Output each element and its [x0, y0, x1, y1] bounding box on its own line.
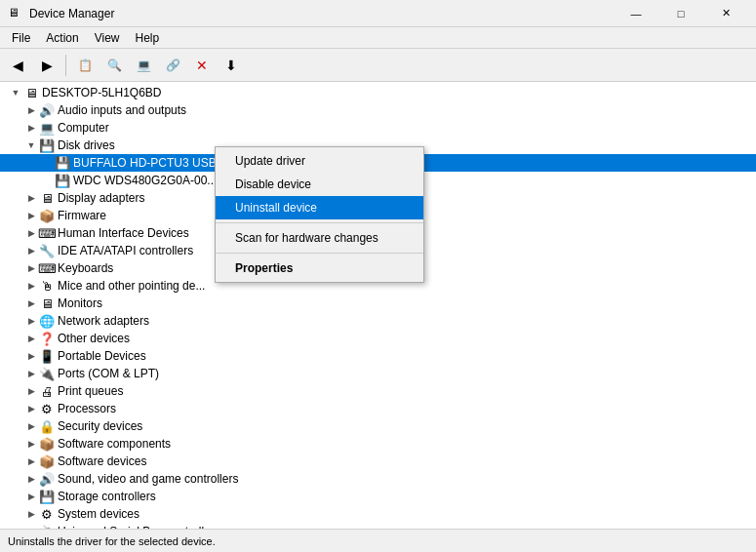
tree-label-usb: Universal Serial Bus controllers	[58, 525, 220, 529]
window-title: Device Manager	[29, 7, 614, 20]
tree-icon-ide: 🔧	[39, 243, 55, 258]
tree-icon-monitors: 🖥	[39, 296, 55, 311]
context-menu: Update driver Disable device Uninstall d…	[215, 146, 424, 283]
expand-icon-firmware: ▶	[23, 208, 39, 223]
tree-icon-portable: 📱	[39, 348, 55, 364]
tree-label-ide: IDE ATA/ATAPI controllers	[58, 244, 193, 257]
toolbar-sep1	[65, 55, 66, 76]
tree-label-security: Security devices	[58, 419, 142, 433]
tree-label-hid: Human Interface Devices	[58, 226, 189, 240]
tree-label-print: Print queues	[58, 384, 123, 398]
tree-icon-network: 🌐	[39, 313, 55, 329]
tree-icon-firmware: 📦	[39, 208, 55, 223]
tree-label-keyboards: Keyboards	[58, 261, 113, 275]
minimize-button[interactable]: —	[614, 0, 658, 27]
tree-icon-storage: 💾	[39, 489, 55, 504]
tree-icon-computer: 💻	[39, 120, 55, 136]
tree-icon-mice: 🖱	[39, 278, 55, 294]
expand-icon-print: ▶	[23, 383, 39, 399]
expand-icon-computer: ▶	[23, 120, 39, 136]
tree-icon-security: 🔒	[39, 418, 55, 434]
ctx-update-driver[interactable]: Update driver	[216, 149, 423, 173]
tree-item-print[interactable]: ▶ 🖨 Print queues	[0, 382, 756, 400]
tree-icon-sound: 🔊	[39, 471, 55, 487]
tree-icon-processors: ⚙	[39, 401, 55, 416]
tree-label-ports: Ports (COM & LPT)	[58, 367, 159, 380]
toolbar-forward[interactable]: ▶	[33, 53, 60, 78]
ctx-sep2	[216, 253, 423, 254]
ctx-uninstall-device[interactable]: Uninstall device	[216, 196, 423, 219]
tree-label-computer: Computer	[58, 121, 109, 135]
menu-help[interactable]: Help	[128, 29, 168, 47]
expand-icon-processors: ▶	[23, 401, 39, 416]
expand-icon-buffalo	[39, 155, 55, 171]
maximize-button[interactable]: □	[658, 0, 703, 27]
tree-label-root: DESKTOP-5LH1Q6BD	[42, 86, 162, 99]
expand-icon-portable: ▶	[23, 348, 39, 364]
app-icon: 🖥	[8, 6, 23, 21]
expand-icon-mice: ▶	[23, 278, 39, 294]
title-bar: 🖥 Device Manager — □ ✕	[0, 0, 756, 27]
tree-icon-usb: 🔌	[39, 524, 55, 529]
tree-item-monitors[interactable]: ▶ 🖥 Monitors	[0, 295, 756, 312]
tree-icon-print: 🖨	[39, 383, 55, 399]
tree-item-softcomp[interactable]: ▶ 📦 Software components	[0, 435, 756, 453]
ctx-disable-device[interactable]: Disable device	[216, 173, 423, 196]
tree-icon-keyboards: ⌨	[39, 260, 55, 276]
status-text: Uninstalls the driver for the selected d…	[8, 535, 216, 547]
toolbar: ◀ ▶ 📋 🔍 💻 🔗 ✕ ⬇	[0, 49, 756, 82]
toolbar-properties[interactable]: 📋	[71, 53, 99, 78]
tree-label-sound: Sound, video and game controllers	[58, 472, 238, 486]
tree-item-system[interactable]: ▶ ⚙ System devices	[0, 505, 756, 523]
expand-icon-monitors: ▶	[23, 296, 39, 311]
tree-item-root[interactable]: ▼ 🖥 DESKTOP-5LH1Q6BD	[0, 84, 756, 101]
menu-view[interactable]: View	[87, 29, 128, 47]
tree-label-firmware: Firmware	[58, 209, 106, 222]
expand-icon-ports: ▶	[23, 366, 39, 381]
toolbar-back[interactable]: ◀	[4, 53, 31, 78]
toolbar-update[interactable]: 🔍	[100, 53, 128, 78]
ctx-properties[interactable]: Properties	[216, 256, 423, 280]
tree-item-softdev[interactable]: ▶ 📦 Software devices	[0, 453, 756, 470]
ctx-scan-hardware[interactable]: Scan for hardware changes	[216, 226, 423, 250]
tree-icon-softcomp: 📦	[39, 436, 55, 452]
tree-label-diskdrives: Disk drives	[58, 138, 115, 152]
tree-label-other: Other devices	[58, 332, 130, 345]
tree-item-storage[interactable]: ▶ 💾 Storage controllers	[0, 488, 756, 505]
toolbar-computer[interactable]: 💻	[130, 53, 157, 78]
tree-item-usb[interactable]: ▶ 🔌 Universal Serial Bus controllers	[0, 523, 756, 529]
tree-label-softdev: Software devices	[58, 454, 146, 468]
tree-item-network[interactable]: ▶ 🌐 Network adapters	[0, 312, 756, 330]
close-button[interactable]: ✕	[703, 0, 748, 27]
expand-icon-network: ▶	[23, 313, 39, 329]
tree-icon-diskdrives: 💾	[39, 138, 55, 153]
tree-item-audio[interactable]: ▶ 🔊 Audio inputs and outputs	[0, 101, 756, 119]
toolbar-delete[interactable]: ✕	[188, 53, 216, 78]
tree-item-other[interactable]: ▶ ❓ Other devices	[0, 330, 756, 347]
tree-label-system: System devices	[58, 507, 139, 521]
menu-action[interactable]: Action	[38, 29, 86, 47]
toolbar-device[interactable]: 🔗	[159, 53, 186, 78]
expand-icon-ide: ▶	[23, 243, 39, 258]
tree-item-sound[interactable]: ▶ 🔊 Sound, video and game controllers	[0, 470, 756, 488]
expand-icon-audio: ▶	[23, 102, 39, 118]
expand-icon-wdc	[39, 173, 55, 188]
expand-icon-security: ▶	[23, 418, 39, 434]
tree-label-buffalo: BUFFALO HD-PCTU3 USB...	[73, 156, 226, 170]
tree-item-security[interactable]: ▶ 🔒 Security devices	[0, 417, 756, 435]
tree-label-mice: Mice and other pointing de...	[58, 279, 205, 293]
tree-label-audio: Audio inputs and outputs	[58, 103, 186, 117]
tree-label-display: Display adapters	[58, 191, 144, 205]
expand-icon-diskdrives: ▼	[23, 138, 39, 153]
expand-icon-softdev: ▶	[23, 453, 39, 469]
tree-label-monitors: Monitors	[58, 296, 102, 310]
tree-item-processors[interactable]: ▶ ⚙ Processors	[0, 400, 756, 417]
expand-icon-display: ▶	[23, 190, 39, 206]
toolbar-download[interactable]: ⬇	[218, 53, 245, 78]
tree-label-portable: Portable Devices	[58, 349, 146, 363]
expand-icon-usb: ▶	[23, 524, 39, 529]
tree-item-ports[interactable]: ▶ 🔌 Ports (COM & LPT)	[0, 365, 756, 382]
menu-file[interactable]: File	[4, 29, 38, 47]
tree-item-computer[interactable]: ▶ 💻 Computer	[0, 119, 756, 137]
tree-item-portable[interactable]: ▶ 📱 Portable Devices	[0, 347, 756, 365]
